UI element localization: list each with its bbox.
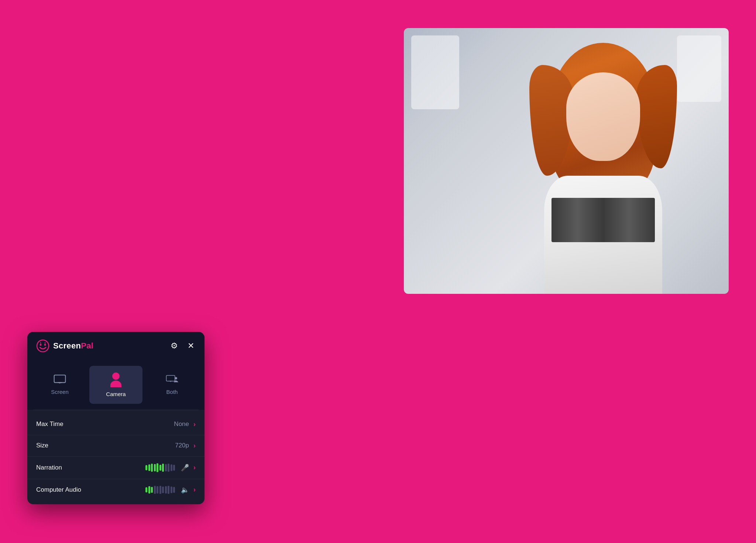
ca-bar-10: [171, 487, 172, 493]
window-light-left: [411, 35, 459, 109]
narration-mic-icon: 🎤: [181, 464, 189, 472]
screenpal-panel: ScreenPal ⚙ ✕: [27, 332, 205, 504]
svg-point-11: [175, 377, 177, 379]
person-body: [544, 176, 662, 294]
max-time-label: Max Time: [36, 420, 63, 428]
ca-bar-11: [173, 487, 175, 493]
bar-4: [154, 464, 156, 471]
narration-chevron: ›: [193, 464, 196, 471]
ca-bar-8: [165, 486, 167, 494]
tab-screen[interactable]: Screen: [33, 366, 86, 404]
tab-screen-label: Screen: [51, 389, 69, 395]
narration-bars: [145, 463, 175, 472]
svg-rect-5: [54, 375, 66, 382]
bar-11: [173, 465, 175, 471]
bar-10: [171, 464, 172, 471]
bar-9: [168, 464, 169, 472]
person-torso: [110, 381, 121, 387]
setting-size[interactable]: Size 720p ›: [27, 435, 205, 457]
computer-audio-speaker-icon: 🔈: [181, 486, 189, 494]
computer-audio-label: Computer Audio: [36, 486, 81, 494]
size-right: 720p ›: [175, 442, 196, 450]
setting-narration[interactable]: Narration: [27, 457, 205, 479]
narration-right: 🎤 ›: [145, 463, 196, 472]
bar-1: [145, 465, 147, 470]
person-head: [112, 372, 120, 380]
ca-bar-9: [168, 486, 169, 494]
ca-bar-1: [145, 487, 147, 492]
computer-audio-bars: [145, 486, 175, 494]
screenpal-logo-icon: [36, 339, 49, 353]
bar-3: [151, 464, 153, 472]
settings-section: Max Time None › Size 720p › Narration: [27, 410, 205, 504]
svg-point-1: [40, 344, 42, 346]
narration-label: Narration: [36, 464, 62, 471]
svg-point-2: [44, 344, 46, 346]
camera-preview: [404, 28, 729, 294]
settings-icon: ⚙: [171, 341, 178, 351]
ca-bar-2: [148, 486, 150, 494]
logo-text: ScreenPal: [53, 341, 93, 351]
svg-point-0: [37, 340, 49, 352]
bar-5: [157, 463, 158, 472]
main-scene: ScreenPal ⚙ ✕: [27, 28, 729, 515]
max-time-value: None: [174, 420, 189, 428]
tab-camera-label: Camera: [106, 391, 126, 397]
person-figure: [511, 43, 695, 294]
bar-2: [148, 464, 150, 471]
ca-bar-7: [162, 487, 164, 493]
camera-person-icon: [110, 372, 121, 387]
close-icon: ✕: [188, 341, 194, 351]
logo-pal: Pal: [81, 341, 93, 350]
panel-header: ScreenPal ⚙ ✕: [27, 332, 205, 360]
ca-bar-4: [154, 486, 156, 494]
size-value: 720p: [175, 442, 189, 449]
computer-audio-chevron: ›: [193, 486, 196, 494]
bar-7: [162, 464, 164, 472]
bar-6: [159, 465, 161, 471]
logo-area: ScreenPal: [36, 339, 93, 353]
ca-bar-5: [157, 486, 158, 494]
svg-rect-8: [166, 375, 175, 381]
tab-both[interactable]: Both: [145, 366, 199, 404]
header-controls: ⚙ ✕: [169, 340, 196, 352]
computer-audio-right: 🔈 ›: [145, 486, 196, 494]
both-icon: [166, 374, 178, 385]
bar-8: [165, 464, 167, 471]
ca-bar-6: [159, 486, 161, 494]
tab-camera[interactable]: Camera: [89, 366, 142, 404]
screen-icon: [54, 374, 66, 385]
max-time-chevron: ›: [193, 420, 196, 428]
ca-bar-3: [151, 487, 153, 493]
setting-computer-audio[interactable]: Computer Audio: [27, 479, 205, 501]
settings-button[interactable]: ⚙: [169, 340, 179, 352]
size-label: Size: [36, 442, 48, 449]
close-button[interactable]: ✕: [186, 340, 196, 352]
tab-both-label: Both: [166, 389, 178, 395]
size-chevron: ›: [193, 442, 196, 450]
mode-tabs: Screen Camera: [27, 360, 205, 410]
person-face: [566, 72, 640, 161]
setting-max-time[interactable]: Max Time None ›: [27, 414, 205, 435]
max-time-right: None ›: [174, 420, 196, 428]
